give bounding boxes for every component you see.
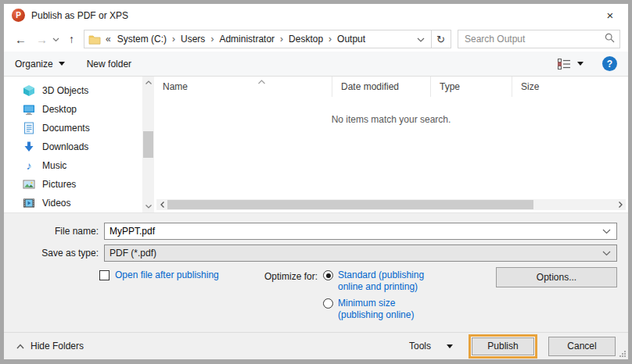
breadcrumb-overflow[interactable]: «	[106, 34, 111, 45]
file-list: Name Date modified Type Size No items ma…	[154, 77, 628, 212]
hide-folders-button[interactable]: Hide Folders	[16, 341, 84, 352]
sidebar-item-label: Downloads	[42, 141, 88, 152]
address-bar[interactable]: « System (C:) › Users › Administrator › …	[84, 30, 432, 48]
sidebar-item-label: Documents	[42, 123, 90, 134]
radio-minimum-size-label[interactable]: Minimum size (publishing online)	[338, 298, 414, 321]
save-as-type-label: Save as type:	[4, 248, 104, 259]
dialog-footer: Hide Folders Tools Publish Cancel	[4, 332, 628, 359]
organize-label: Organize	[15, 59, 53, 70]
chevron-down-icon[interactable]	[602, 226, 613, 237]
file-name-input[interactable]	[110, 226, 602, 237]
sidebar-item-3d-objects[interactable]: 3D Objects	[4, 81, 142, 100]
scrollbar-thumb[interactable]	[167, 200, 533, 209]
file-name-row: File name:	[4, 213, 617, 240]
cancel-button[interactable]: Cancel	[548, 337, 616, 356]
open-after-checkbox[interactable]	[99, 270, 110, 280]
publish-button[interactable]: Publish	[472, 337, 534, 355]
open-after-publishing-option[interactable]: Open file after publishing	[99, 269, 219, 280]
breadcrumb-separator: ›	[206, 34, 217, 45]
sidebar-item-documents[interactable]: Documents	[4, 119, 142, 137]
sidebar-item-label: Pictures	[42, 179, 76, 190]
address-dropdown-chevron-icon[interactable]	[411, 34, 431, 45]
open-after-label[interactable]: Open file after publishing	[115, 269, 219, 280]
file-name-field[interactable]	[104, 223, 617, 240]
breadcrumb-separator: ›	[168, 34, 179, 45]
breadcrumb-item-system[interactable]: System (C:)	[116, 34, 168, 45]
new-folder-label: New folder	[87, 59, 131, 70]
view-mode-button[interactable]	[558, 59, 584, 70]
sidebar-item-desktop[interactable]: Desktop	[4, 100, 142, 119]
pictures-icon	[23, 178, 35, 191]
help-icon[interactable]: ?	[602, 56, 617, 71]
downloads-icon	[23, 141, 35, 153]
horizontal-scrollbar[interactable]	[156, 199, 626, 210]
sidebar-item-music[interactable]: ♪ Music	[4, 156, 142, 175]
radio-standard[interactable]	[323, 270, 333, 280]
breadcrumb-separator: ›	[276, 34, 287, 45]
column-header-date-modified[interactable]: Date modified	[332, 77, 431, 97]
save-as-type-value: PDF (*.pdf)	[110, 248, 156, 259]
sidebar-item-videos[interactable]: Videos	[4, 194, 142, 212]
breadcrumb-item-administrator[interactable]: Administrator	[217, 34, 276, 45]
tools-menu[interactable]: Tools	[409, 341, 453, 352]
column-header-row: Name Date modified Type Size	[154, 77, 628, 97]
history-chevron-icon[interactable]	[52, 34, 63, 45]
search-icon	[605, 33, 615, 45]
close-icon[interactable]: ×	[600, 9, 620, 22]
scroll-down-icon[interactable]	[142, 201, 154, 212]
scrollbar-thumb[interactable]	[143, 131, 153, 159]
tools-label: Tools	[409, 341, 431, 352]
sidebar-scrollbar[interactable]	[142, 77, 154, 212]
forward-icon[interactable]: →	[31, 33, 52, 46]
save-as-type-select[interactable]: PDF (*.pdf)	[104, 244, 617, 262]
command-toolbar: Organize New folder ?	[4, 52, 628, 77]
hide-folders-label: Hide Folders	[31, 341, 84, 352]
sidebar-item-downloads[interactable]: Downloads	[4, 137, 142, 156]
search-input[interactable]	[465, 34, 605, 45]
desktop-icon	[23, 103, 35, 116]
column-header-size[interactable]: Size	[512, 77, 628, 97]
radio-minimum-line2: (publishing online)	[338, 309, 414, 321]
resize-grip[interactable]	[619, 350, 627, 358]
breadcrumb-item-users[interactable]: Users	[179, 34, 206, 45]
refresh-icon[interactable]: ↻	[431, 30, 451, 48]
back-icon[interactable]: ←	[10, 33, 31, 46]
videos-icon	[23, 197, 35, 209]
publish-options-row: Open file after publishing Optimize for:…	[4, 262, 628, 332]
folder-icon[interactable]	[88, 34, 101, 45]
sidebar-item-pictures[interactable]: Pictures	[4, 175, 142, 194]
scroll-left-icon[interactable]	[156, 199, 167, 210]
publish-highlight-annotation: Publish	[469, 334, 537, 359]
radio-standard-line2: online and printing)	[338, 281, 424, 293]
search-box[interactable]	[458, 30, 620, 48]
tools-dropdown-triangle-icon[interactable]	[447, 344, 453, 348]
radio-standard-line1: Standard (publishing	[338, 269, 424, 281]
content-area: 3D Objects Desktop Documents Downloads ♪…	[4, 77, 628, 212]
3d-objects-icon	[23, 84, 35, 97]
view-dropdown-triangle-icon[interactable]	[577, 62, 584, 66]
chevron-down-icon[interactable]	[602, 248, 613, 259]
breadcrumb-item-desktop[interactable]: Desktop	[287, 34, 325, 45]
options-button[interactable]: Options...	[496, 267, 617, 287]
scroll-right-icon[interactable]	[615, 199, 626, 210]
sidebar-item-label: Desktop	[42, 104, 77, 115]
sidebar-item-label: Videos	[42, 198, 70, 209]
navigation-sidebar: 3D Objects Desktop Documents Downloads ♪…	[4, 77, 142, 212]
new-folder-button[interactable]: New folder	[87, 59, 131, 70]
optimize-for-label: Optimize for:	[264, 271, 318, 282]
save-as-type-row: Save as type: PDF (*.pdf)	[4, 240, 617, 262]
breadcrumb-item-output[interactable]: Output	[336, 34, 367, 45]
file-name-label: File name:	[4, 226, 104, 237]
publish-dialog: P Publish as PDF or XPS × ← → ↑ « System…	[0, 0, 632, 364]
scroll-up-icon[interactable]	[142, 77, 154, 88]
radio-minimum-size[interactable]	[323, 298, 333, 309]
radio-minimum-line1: Minimum size	[338, 298, 414, 309]
up-icon[interactable]: ↑	[64, 33, 79, 45]
chevron-up-icon	[16, 344, 24, 349]
column-header-type[interactable]: Type	[431, 77, 512, 97]
organize-menu[interactable]: Organize	[15, 59, 65, 70]
toolbar-right-group: ?	[558, 56, 617, 71]
radio-standard-label[interactable]: Standard (publishing online and printing…	[338, 269, 424, 293]
column-header-name[interactable]: Name	[154, 77, 332, 97]
sidebar-item-label: 3D Objects	[42, 85, 88, 96]
